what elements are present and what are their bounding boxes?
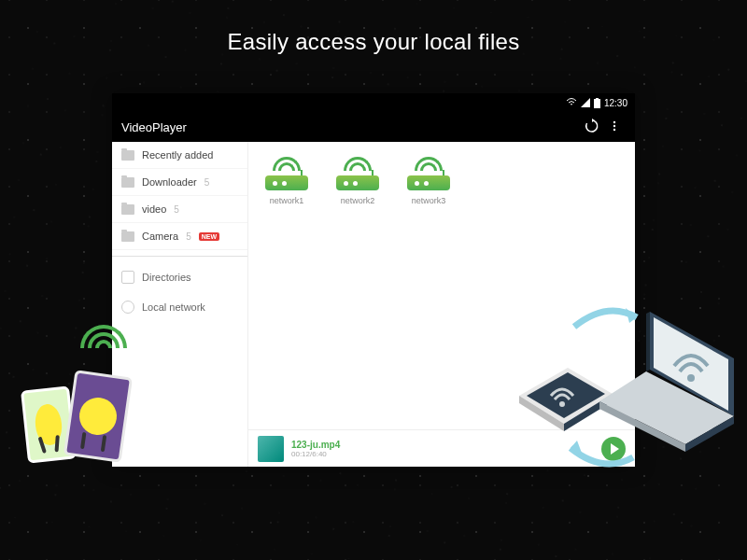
signal-icon bbox=[581, 98, 590, 107]
svg-point-4 bbox=[613, 128, 615, 130]
network-label: network3 bbox=[412, 196, 446, 205]
network-icon bbox=[121, 301, 134, 314]
cartoon-phones-illustration bbox=[22, 329, 172, 478]
network-item-2[interactable]: network2 bbox=[336, 157, 379, 205]
folder-icon bbox=[121, 204, 134, 215]
phone-character-icon bbox=[63, 370, 133, 463]
sidebar-item-recently-added[interactable]: Recently added bbox=[112, 142, 247, 169]
app-title: VideoPlayer bbox=[121, 120, 581, 134]
more-icon bbox=[608, 119, 621, 133]
sidebar-local-network[interactable]: Local network bbox=[112, 292, 247, 322]
sidebar-section-label: Directories bbox=[142, 272, 191, 283]
svg-rect-1 bbox=[596, 98, 599, 99]
network-label: network2 bbox=[341, 196, 375, 205]
battery-icon bbox=[594, 98, 600, 108]
sidebar-item-count: 5 bbox=[174, 204, 179, 215]
sidebar-item-label: Camera bbox=[142, 231, 178, 242]
sidebar-directories[interactable]: Directories bbox=[112, 262, 247, 292]
sidebar-section-label: Local network bbox=[142, 301, 205, 313]
router-icon bbox=[407, 157, 450, 190]
network-item-1[interactable]: network1 bbox=[265, 157, 308, 205]
network-grid: network1 network2 network3 bbox=[248, 142, 635, 220]
app-bar: VideoPlayer bbox=[112, 112, 635, 142]
sidebar-item-label: Downloader bbox=[142, 176, 197, 188]
new-badge: NEW bbox=[199, 232, 219, 241]
svg-rect-0 bbox=[594, 99, 600, 108]
more-button[interactable] bbox=[603, 119, 626, 135]
network-item-3[interactable]: network3 bbox=[407, 157, 450, 205]
folder-icon bbox=[121, 150, 134, 161]
folder-icon bbox=[121, 231, 134, 242]
directories-icon bbox=[121, 271, 134, 284]
sidebar-item-label: Recently added bbox=[142, 149, 213, 161]
folder-icon bbox=[121, 177, 134, 188]
sidebar-item-video[interactable]: video 5 bbox=[112, 196, 247, 223]
sidebar-item-label: video bbox=[142, 203, 166, 215]
svg-point-3 bbox=[613, 124, 615, 126]
router-icon bbox=[336, 157, 379, 190]
router-icon bbox=[265, 157, 308, 190]
svg-marker-11 bbox=[646, 312, 650, 371]
wifi-icon bbox=[566, 98, 577, 107]
network-label: network1 bbox=[270, 196, 304, 205]
refresh-icon bbox=[585, 119, 599, 133]
sidebar-item-downloader[interactable]: Downloader 5 bbox=[112, 169, 247, 196]
nowplaying-thumbnail[interactable] bbox=[258, 436, 284, 462]
sync-devices-illustration bbox=[491, 286, 747, 491]
svg-point-13 bbox=[687, 374, 695, 382]
sidebar-item-count: 5 bbox=[204, 177, 210, 188]
sidebar-item-count: 5 bbox=[186, 231, 191, 242]
svg-point-2 bbox=[613, 120, 615, 122]
svg-point-9 bbox=[559, 401, 565, 407]
sidebar-item-camera[interactable]: Camera 5 NEW bbox=[112, 223, 247, 250]
status-time: 12:30 bbox=[604, 98, 627, 108]
laptop-device-icon bbox=[599, 304, 747, 467]
tagline: Easily access your local files bbox=[0, 29, 747, 55]
status-bar: 12:30 bbox=[112, 93, 635, 112]
refresh-button[interactable] bbox=[581, 119, 603, 136]
